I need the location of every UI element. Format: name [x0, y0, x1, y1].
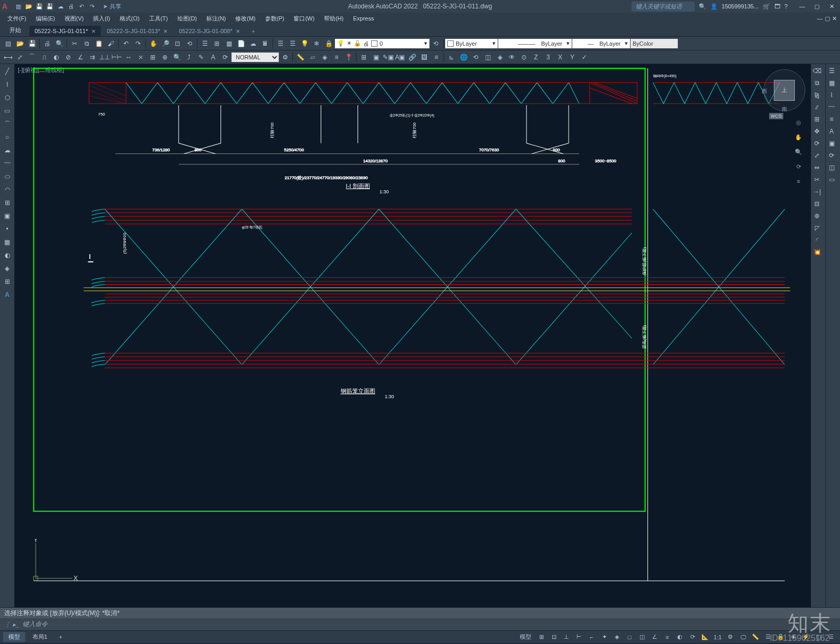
- insert-icon[interactable]: ⊞: [358, 51, 370, 63]
- grid-icon[interactable]: ⊞: [536, 632, 547, 642]
- move-icon[interactable]: ✥: [811, 126, 823, 137]
- copy2-icon[interactable]: ⧉: [811, 77, 823, 89]
- dim-base-icon[interactable]: ⊥⊥: [99, 51, 110, 63]
- dim-arc-icon[interactable]: ⌒: [26, 51, 38, 63]
- update-icon[interactable]: ⟳: [219, 51, 231, 63]
- table-icon[interactable]: ⊞: [1, 275, 14, 288]
- area-icon[interactable]: ▱: [307, 51, 318, 63]
- search-icon[interactable]: 🔍: [699, 3, 706, 10]
- menu-modify[interactable]: 修改(M): [231, 14, 260, 24]
- draworder-icon[interactable]: ☰: [826, 65, 837, 77]
- file-tab[interactable]: 05222-S-JG-01-013* ✕: [102, 26, 173, 36]
- zoom-icon[interactable]: 🔎: [160, 38, 171, 49]
- copy-icon[interactable]: ⧉: [81, 38, 92, 49]
- attr-edit-icon[interactable]: A: [826, 126, 837, 137]
- open-icon[interactable]: 📂: [14, 38, 26, 49]
- circle-icon[interactable]: ○: [1, 131, 14, 143]
- qat-undo-icon[interactable]: ↶: [77, 2, 86, 11]
- tab-start[interactable]: 开始: [2, 24, 28, 36]
- doc-close-button[interactable]: ✕: [832, 15, 837, 22]
- viewcube-south[interactable]: 南: [782, 106, 787, 113]
- polar-icon[interactable]: ✦: [598, 632, 610, 642]
- save-icon[interactable]: 💾: [26, 38, 38, 49]
- properties-icon[interactable]: ☰: [199, 38, 211, 49]
- units-icon[interactable]: 📏: [750, 632, 761, 642]
- polygon-icon[interactable]: ⬡: [1, 91, 14, 104]
- nav-pan-icon[interactable]: ✋: [793, 131, 804, 143]
- iso-icon[interactable]: ◈: [611, 632, 623, 642]
- clean-icon[interactable]: ▢: [813, 632, 824, 642]
- ucs-icon[interactable]: ⊾: [446, 51, 457, 63]
- dim-ang-icon[interactable]: ∠: [75, 51, 86, 63]
- share-button[interactable]: ➤ 共享: [103, 3, 121, 11]
- menu-format[interactable]: 格式(O): [116, 14, 144, 24]
- wcs-label[interactable]: WCS: [769, 113, 783, 119]
- view-cube[interactable]: 上 西 南 WCS: [763, 69, 805, 111]
- offset-icon[interactable]: ⫽: [811, 101, 823, 113]
- apps-icon[interactable]: 🗔: [774, 3, 780, 9]
- qat-plot-icon[interactable]: 🖨: [66, 2, 76, 11]
- close-icon[interactable]: ✕: [163, 28, 167, 34]
- revcloud-icon[interactable]: ☁: [1, 144, 14, 157]
- menu-tools[interactable]: 工具(T): [145, 14, 172, 24]
- ucs-face-icon[interactable]: ◫: [482, 51, 494, 63]
- calc-icon[interactable]: 🖩: [259, 38, 271, 49]
- block-attr-icon[interactable]: ▣: [826, 138, 837, 149]
- qat-redo-icon[interactable]: ↷: [87, 2, 97, 11]
- hatch-edit-icon[interactable]: ▦: [826, 77, 837, 89]
- arc-icon[interactable]: ⌒: [1, 118, 14, 130]
- command-input[interactable]: ⋮ ▸_ 键入命令: [0, 618, 840, 630]
- lineweight-dropdown[interactable]: — ByLayer▾: [572, 39, 630, 48]
- qat-saveas-icon[interactable]: 💾: [45, 2, 55, 11]
- close-icon[interactable]: ✕: [236, 28, 240, 34]
- anno-monitor-icon[interactable]: 🖵: [737, 632, 749, 642]
- layer-lock-icon[interactable]: 🔒: [323, 38, 334, 49]
- zoom-prev-icon[interactable]: ⟲: [184, 38, 195, 49]
- status-model-label[interactable]: 模型: [517, 632, 534, 642]
- ellipse-icon[interactable]: ⬭: [1, 170, 14, 183]
- customize-icon[interactable]: ☰: [825, 632, 837, 642]
- list-icon[interactable]: ≡: [331, 51, 342, 63]
- field-icon[interactable]: ≡: [430, 51, 442, 63]
- dim-space-icon[interactable]: ↔: [123, 51, 134, 63]
- menu-draw[interactable]: 绘图(D): [173, 14, 201, 24]
- layer-previous-icon[interactable]: ⟲: [430, 38, 442, 49]
- menu-edit[interactable]: 编辑(E): [32, 14, 59, 24]
- infer-icon[interactable]: ⊥: [561, 632, 572, 642]
- preview-icon[interactable]: 🔍: [54, 38, 65, 49]
- lweight-icon[interactable]: ≡: [662, 632, 673, 642]
- cycle-icon[interactable]: ⟳: [687, 632, 698, 642]
- mline-edit-icon[interactable]: ≡: [826, 113, 837, 125]
- point-icon[interactable]: •: [1, 223, 14, 235]
- erase-icon[interactable]: ⌫: [811, 65, 823, 77]
- color-dropdown[interactable]: ByLayer▾: [445, 39, 498, 48]
- qat-open-icon[interactable]: 📂: [24, 2, 34, 11]
- cmd-arrow-icon[interactable]: ▸_: [13, 621, 19, 628]
- block-icon[interactable]: ▣: [370, 51, 382, 63]
- menu-window[interactable]: 窗口(W): [289, 14, 319, 24]
- chamfer-icon[interactable]: ◸: [811, 222, 823, 234]
- user-name[interactable]: 1505999135...: [722, 3, 759, 9]
- layer-manage-icon[interactable]: ☰: [275, 38, 286, 49]
- attr-icon[interactable]: A▣: [394, 51, 406, 63]
- inspect-icon[interactable]: 🔍: [171, 51, 183, 63]
- ucs-z-icon[interactable]: Z: [530, 51, 542, 63]
- nav-showmo-icon[interactable]: ≡: [793, 175, 804, 187]
- dimedit-icon[interactable]: ✎: [195, 51, 207, 63]
- pline-icon[interactable]: ⌇: [1, 78, 14, 91]
- mirror-icon[interactable]: ⧎: [811, 89, 823, 101]
- window-close-button[interactable]: ✕: [825, 2, 838, 11]
- zoom-window-icon[interactable]: ⊡: [172, 38, 183, 49]
- viewcube-west[interactable]: 西: [762, 88, 767, 95]
- spline-edit-icon[interactable]: 〰: [826, 101, 837, 113]
- dim-quick-icon[interactable]: ⇉: [87, 51, 98, 63]
- trim-icon[interactable]: ✂: [811, 174, 823, 185]
- xref-icon[interactable]: 🔗: [406, 51, 418, 63]
- window-maximize-button[interactable]: ▢: [811, 2, 823, 11]
- pan-icon[interactable]: ✋: [148, 38, 159, 49]
- isolate-icon[interactable]: 👁: [788, 632, 799, 642]
- sheet-icon[interactable]: 📄: [235, 38, 247, 49]
- linetype-dropdown[interactable]: ——— ByLayer▾: [498, 39, 572, 48]
- hatch-icon[interactable]: ▦: [1, 236, 14, 248]
- new-tab-button[interactable]: ＋: [246, 26, 260, 36]
